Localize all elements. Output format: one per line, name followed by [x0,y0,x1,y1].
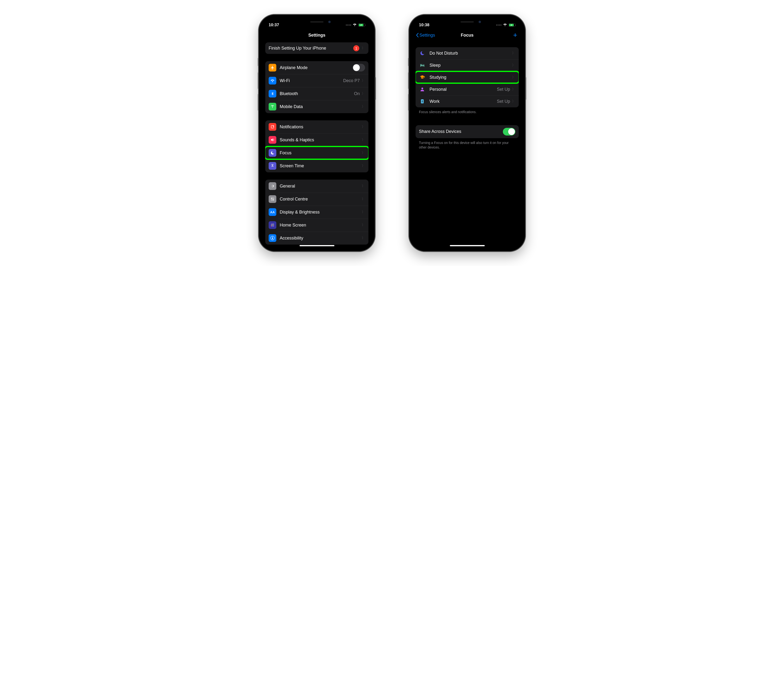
group-notifications: Notifications 〉 Sounds & Haptics 〉 Focus… [265,120,369,172]
status-time: 10:37 [269,23,279,27]
share-toggle[interactable] [503,128,515,136]
svg-point-3 [272,198,272,198]
row-label: Bluetooth [280,91,354,96]
group-general: General 〉 Control Centre 〉 AA Display & … [265,179,369,245]
group-setup: Finish Setting Up Your iPhone 1 〉 [265,42,369,54]
chevron-right-icon: 〉 [362,164,365,168]
battery-charging-icon: ⚡︎ [358,23,365,27]
svg-rect-6 [271,224,272,224]
row-home-screen[interactable]: Home Screen 〉 [265,218,369,232]
row-do-not-disturb[interactable]: Do Not Disturb 〉 [415,47,519,59]
antenna-icon [269,103,276,111]
wifi-status-icon [503,23,507,27]
row-detail: Deco P7 [343,78,360,83]
chevron-right-icon: 〉 [362,197,365,201]
row-mobile-data[interactable]: Mobile Data 〉 [265,100,369,113]
screen-settings: 10:37 ⚡︎ Settings Finish Setting Up Your… [262,18,372,248]
svg-point-17 [422,87,423,89]
row-label: Wi-Fi [280,78,343,83]
row-detail: Set Up [497,87,510,92]
home-indicator[interactable] [299,245,334,246]
add-button[interactable]: + [513,31,517,39]
settings-content[interactable]: Finish Setting Up Your iPhone 1 〉 Airpla… [262,41,372,248]
row-sounds-haptics[interactable]: Sounds & Haptics 〉 [265,133,369,147]
row-display-brightness[interactable]: AA Display & Brightness 〉 [265,206,369,218]
svg-rect-13 [272,226,273,226]
row-accessibility[interactable]: Accessibility 〉 [265,232,369,245]
row-work[interactable]: Work Set Up 〉 [415,95,519,108]
gear-icon [269,182,276,190]
row-bluetooth[interactable]: Bluetooth On 〉 [265,87,369,100]
svg-point-1 [273,125,274,126]
row-general[interactable]: General 〉 [265,179,369,193]
chevron-right-icon: 〉 [362,46,365,50]
group-focus-modes: Do Not Disturb 〉 Sleep 〉 Studying 〉 [415,47,519,108]
home-indicator[interactable] [450,245,485,246]
group-share: Share Across Devices [415,125,519,138]
row-label: Accessibility [280,236,362,241]
row-label: Display & Brightness [280,210,362,215]
row-studying[interactable]: Studying 〉 [415,71,519,83]
chevron-right-icon: 〉 [362,151,365,155]
focus-content[interactable]: Do Not Disturb 〉 Sleep 〉 Studying 〉 [412,41,522,248]
row-airplane-mode[interactable]: Airplane Mode [265,61,369,74]
group-connectivity: Airplane Mode Wi-Fi Deco P7 〉 Bluetooth [265,61,369,113]
cellular-dots-icon [346,25,351,25]
page-title: Focus [461,33,473,38]
chevron-right-icon: 〉 [512,75,515,80]
row-label: Focus [280,150,362,156]
row-label: Studying [429,75,512,80]
row-focus[interactable]: Focus 〉 [265,147,369,159]
hourglass-icon [269,162,276,170]
airplane-icon [269,64,276,72]
graduation-cap-icon [419,74,426,81]
chevron-right-icon: 〉 [362,236,365,240]
row-label: Notifications [280,125,362,129]
bluetooth-icon [269,90,276,97]
row-wifi[interactable]: Wi-Fi Deco P7 〉 [265,74,369,87]
app-grid-icon [269,221,276,229]
switches-icon [269,195,276,203]
battery-charging-icon: ⚡︎ [509,23,515,27]
row-label: Work [429,99,497,104]
svg-rect-11 [273,225,274,226]
chevron-right-icon: 〉 [362,125,365,129]
svg-rect-9 [271,225,272,226]
svg-point-5 [273,200,274,200]
page-title: Settings [308,33,325,38]
row-control-centre[interactable]: Control Centre 〉 [265,193,369,206]
chevron-right-icon: 〉 [512,87,515,92]
row-notifications[interactable]: Notifications 〉 [265,120,369,133]
row-label: Sounds & Haptics [280,137,362,142]
svg-rect-12 [271,226,272,226]
text-size-icon: AA [269,208,276,216]
row-personal[interactable]: Personal Set Up 〉 [415,83,519,95]
row-share-across-devices[interactable]: Share Across Devices [415,125,519,138]
chevron-right-icon: 〉 [362,210,365,214]
row-sleep[interactable]: Sleep 〉 [415,59,519,71]
badge-icon [419,98,426,105]
row-label: Do Not Disturb [429,51,512,56]
share-footer-text: Turning a Focus on for this device will … [415,140,519,154]
svg-rect-20 [422,102,423,102]
svg-point-19 [422,100,423,101]
back-button[interactable]: Settings [415,33,435,38]
notification-badge: 1 [353,45,359,51]
airplane-toggle[interactable] [353,64,365,72]
notch [442,18,493,26]
back-label: Settings [419,33,435,38]
moon-icon [269,149,276,157]
row-label: Share Across Devices [419,129,503,134]
svg-point-16 [272,237,273,237]
nav-header: Settings Focus + [412,30,522,41]
cellular-dots-icon [496,25,501,25]
svg-rect-7 [272,224,273,224]
row-screen-time[interactable]: Screen Time 〉 [265,159,369,172]
row-label: Personal [429,87,497,92]
bed-icon [419,62,426,69]
row-label: Finish Setting Up Your iPhone [269,46,353,51]
speaker-icon [269,136,276,144]
row-finish-setup[interactable]: Finish Setting Up Your iPhone 1 〉 [265,42,369,54]
chevron-right-icon: 〉 [362,92,365,96]
row-label: General [280,184,362,189]
